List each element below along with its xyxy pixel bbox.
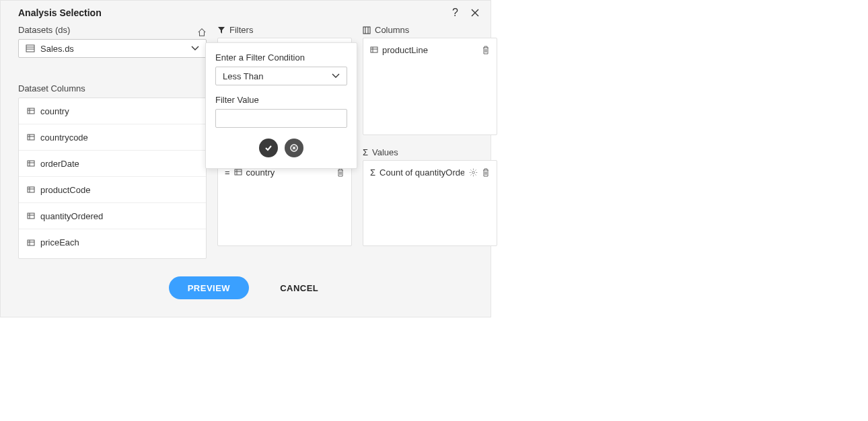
values-section: Σ Values Σ Count of quantityOrdered xyxy=(363,147,497,246)
svg-rect-8 xyxy=(235,169,242,175)
table-icon xyxy=(370,46,378,53)
dataset-column-item[interactable]: country xyxy=(19,98,206,124)
filters-label: Filters xyxy=(229,25,253,35)
dataset-columns-list: countrycountrycodeorderDateproductCodequ… xyxy=(18,98,207,259)
values-chip-prefix: Σ xyxy=(370,167,375,178)
datasets-panel: Datasets (ds) Sales.ds Dataset Columns xyxy=(18,25,207,259)
dataset-column-item[interactable]: quantityOrdered xyxy=(19,203,206,229)
dialog-window-controls: ? xyxy=(452,7,480,18)
columns-icon xyxy=(363,26,371,34)
columns-chip[interactable]: productLine xyxy=(363,38,497,61)
filter-condition-popover: Enter a Filter Condition Less Than Filte… xyxy=(205,42,357,169)
dialog-footer: PREVIEW CANCEL xyxy=(1,259,491,303)
filter-value-label: Filter Value xyxy=(215,95,347,105)
check-icon xyxy=(264,143,273,153)
dataset-column-item[interactable]: countrycode xyxy=(19,124,206,151)
table-icon xyxy=(27,108,35,114)
dataset-column-name: priceEach xyxy=(40,237,79,247)
delete-icon[interactable] xyxy=(482,46,490,54)
dataset-column-item[interactable]: productCode xyxy=(19,177,206,203)
svg-rect-3 xyxy=(28,161,34,166)
columns-section: Columns productLine xyxy=(363,25,497,135)
help-icon[interactable]: ? xyxy=(452,7,458,18)
dataset-column-name: country xyxy=(40,106,69,116)
dataset-column-item[interactable]: orderDate xyxy=(19,151,206,177)
columns-chip-text: productLine xyxy=(382,45,428,55)
svg-rect-10 xyxy=(371,47,377,52)
filter-apply-button[interactable] xyxy=(259,139,278,157)
table-icon xyxy=(27,160,35,167)
filter-condition-label: Enter a Filter Condition xyxy=(215,52,347,63)
sigma-icon: Σ xyxy=(363,147,368,157)
delete-icon[interactable] xyxy=(482,168,490,177)
values-label: Values xyxy=(372,147,398,157)
filter-condition-value: Less Than xyxy=(223,71,263,81)
rows-dropzone[interactable]: = country xyxy=(217,160,352,246)
close-icon[interactable] xyxy=(470,8,480,17)
svg-point-11 xyxy=(472,171,475,174)
chevron-down-icon xyxy=(191,46,199,51)
delete-icon[interactable] xyxy=(336,168,345,177)
analysis-selection-dialog: Analysis Selection ? Datasets (ds) xyxy=(0,0,491,317)
datasets-label: Datasets (ds) xyxy=(18,25,70,35)
home-icon[interactable] xyxy=(197,28,207,37)
svg-rect-5 xyxy=(28,213,34,219)
dataset-icon xyxy=(26,44,35,52)
dialog-title: Analysis Selection xyxy=(18,7,102,18)
dataset-column-name: productCode xyxy=(40,185,90,195)
table-icon xyxy=(27,186,35,193)
dataset-selected-value: Sales.ds xyxy=(40,44,74,54)
values-chip[interactable]: Σ Count of quantityOrdered xyxy=(363,161,497,184)
dataset-column-name: orderDate xyxy=(40,159,79,169)
dialog-header: Analysis Selection ? xyxy=(1,1,491,25)
cancel-button[interactable]: CANCEL xyxy=(276,282,322,294)
dataset-column-name: countrycode xyxy=(40,132,88,143)
dataset-column-item[interactable]: priceEach xyxy=(19,229,206,256)
preview-button[interactable]: PREVIEW xyxy=(169,276,249,299)
table-icon xyxy=(234,169,242,176)
svg-rect-0 xyxy=(26,45,34,52)
dataset-columns-label: Dataset Columns xyxy=(18,83,207,93)
right-column: Columns productLine xyxy=(363,25,497,246)
table-icon xyxy=(27,134,35,141)
table-icon xyxy=(27,213,35,219)
svg-rect-9 xyxy=(363,27,370,34)
columns-label: Columns xyxy=(375,25,409,35)
gear-icon[interactable] xyxy=(469,168,478,177)
filter-cancel-button[interactable] xyxy=(285,139,303,157)
cancel-circle-icon xyxy=(289,143,299,153)
svg-rect-6 xyxy=(28,240,34,245)
svg-rect-1 xyxy=(28,108,34,114)
svg-rect-2 xyxy=(28,135,34,140)
svg-rect-4 xyxy=(28,187,34,192)
dataset-select[interactable]: Sales.ds xyxy=(18,39,207,58)
values-dropzone[interactable]: Σ Count of quantityOrdered xyxy=(363,160,497,246)
filter-value-input[interactable] xyxy=(215,109,347,128)
table-icon xyxy=(27,239,35,246)
columns-dropzone[interactable]: productLine xyxy=(363,38,497,135)
dataset-column-name: quantityOrdered xyxy=(40,211,103,221)
chevron-down-icon xyxy=(332,73,340,79)
filter-icon xyxy=(217,26,225,34)
filter-condition-select[interactable]: Less Than xyxy=(215,67,347,85)
values-chip-text: Count of quantityOrdered xyxy=(379,167,464,178)
